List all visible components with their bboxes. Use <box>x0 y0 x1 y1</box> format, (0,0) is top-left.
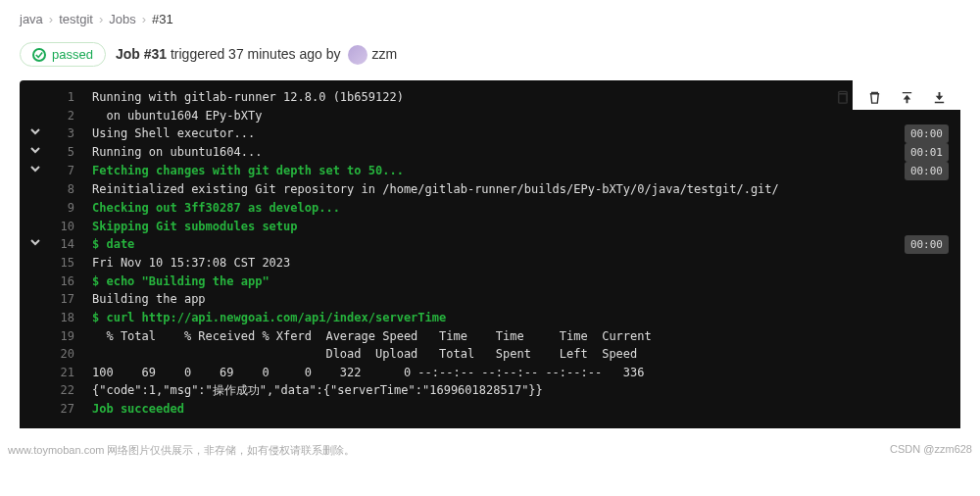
log-output[interactable]: 1Running with gitlab-runner 12.8.0 (1b65… <box>20 80 960 428</box>
section-duration: 00:01 <box>905 143 949 162</box>
log-line: 18$ curl http://api.newgoai.com/api/inde… <box>20 309 960 327</box>
svg-rect-0 <box>839 94 847 103</box>
job-title-line: Job #31 triggered 37 minutes ago by zzm <box>116 45 397 65</box>
line-number: 17 <box>45 290 74 309</box>
log-line: 15Fri Nov 10 15:37:08 CST 2023 <box>20 254 960 273</box>
log-line: 1Running with gitlab-runner 12.8.0 (1b65… <box>20 88 960 107</box>
log-line: 22{"code":1,"msg":"操作成功","data":{"server… <box>20 381 960 400</box>
line-number: 18 <box>45 309 74 327</box>
avatar[interactable] <box>348 45 368 65</box>
log-text: Running with gitlab-runner 12.8.0 (1b659… <box>92 88 949 107</box>
line-number: 16 <box>45 273 74 291</box>
status-badge: passed <box>20 42 106 67</box>
copy-icon[interactable] <box>833 88 852 107</box>
log-text: $ echo "Building the app" <box>92 273 949 291</box>
line-number: 21 <box>45 364 74 382</box>
breadcrumb-jobs[interactable]: Jobs <box>109 12 135 26</box>
breadcrumb-current: #31 <box>152 12 173 26</box>
log-text: Checking out 3ff30287 as develop... <box>92 199 949 218</box>
log-text: Skipping Git submodules setup <box>92 218 949 236</box>
log-toolbar <box>833 88 949 107</box>
log-line: 10Skipping Git submodules setup <box>20 218 960 236</box>
log-line: 19 % Total % Received % Xferd Average Sp… <box>20 327 960 346</box>
log-text: $ date <box>92 235 897 254</box>
log-text: Reinitialized existing Git repository in… <box>92 180 949 199</box>
breadcrumb-testgit[interactable]: testgit <box>59 12 93 26</box>
section-duration: 00:00 <box>905 162 949 180</box>
job-number: Job #31 <box>116 45 167 61</box>
log-text: on ubuntu1604 EPy-bXTy <box>92 107 949 125</box>
log-line: 7Fetching changes with git depth set to … <box>20 162 960 180</box>
line-number: 15 <box>45 254 74 273</box>
status-text: passed <box>52 47 93 62</box>
triggered-text: triggered 37 minutes ago by <box>167 45 344 61</box>
log-text: Dload Upload Total Spent Left Speed <box>92 345 949 364</box>
log-text: {"code":1,"msg":"操作成功","data":{"serverTi… <box>92 381 949 400</box>
log-line: 21100 69 0 69 0 0 322 0 --:--:-- --:--:-… <box>20 364 960 382</box>
breadcrumb: java › testgit › Jobs › #31 <box>20 12 960 26</box>
line-number: 9 <box>45 199 74 218</box>
log-panel: 1Running with gitlab-runner 12.8.0 (1b65… <box>20 80 960 428</box>
line-number: 10 <box>45 218 74 236</box>
line-number: 22 <box>45 381 74 400</box>
log-text: Building the app <box>92 290 949 309</box>
log-text: Job succeeded <box>92 400 949 419</box>
line-number: 14 <box>45 235 74 254</box>
log-text: 100 69 0 69 0 0 322 0 --:--:-- --:--:-- … <box>92 364 949 382</box>
log-text: Using Shell executor... <box>92 124 897 143</box>
log-line: 8Reinitialized existing Git repository i… <box>20 180 960 199</box>
line-number: 8 <box>45 180 74 199</box>
chevron-down-icon[interactable] <box>25 162 45 179</box>
line-number: 27 <box>45 400 74 419</box>
section-duration: 00:00 <box>905 235 949 254</box>
log-text: $ curl http://api.newgoai.com/api/index/… <box>92 309 949 327</box>
chevron-right-icon: › <box>49 12 53 26</box>
watermark-right: CSDN @zzm628 <box>890 443 972 458</box>
log-text: Fetching changes with git depth set to 5… <box>92 162 897 180</box>
log-line: 17Building the app <box>20 290 960 309</box>
line-number: 5 <box>45 143 74 162</box>
triggered-by-user[interactable]: zzm <box>371 45 397 61</box>
chevron-down-icon[interactable] <box>25 124 45 142</box>
log-line: 2 on ubuntu1604 EPy-bXTy <box>20 107 960 125</box>
log-line: 14$ date00:00 <box>20 235 960 254</box>
log-line: 16$ echo "Building the app" <box>20 273 960 291</box>
scroll-bottom-icon[interactable] <box>930 88 949 107</box>
line-number: 3 <box>45 124 74 143</box>
line-number: 1 <box>45 88 74 107</box>
log-line: 20 Dload Upload Total Spent Left Speed <box>20 345 960 364</box>
line-number: 19 <box>45 327 74 346</box>
log-text: % Total % Received % Xferd Average Speed… <box>92 327 949 346</box>
log-line: 9Checking out 3ff30287 as develop... <box>20 199 960 218</box>
log-line: 3Using Shell executor...00:00 <box>20 124 960 143</box>
chevron-down-icon[interactable] <box>25 235 45 253</box>
line-number: 20 <box>45 345 74 364</box>
log-text: Fri Nov 10 15:37:08 CST 2023 <box>92 254 949 273</box>
scroll-top-icon[interactable] <box>898 88 916 107</box>
check-circle-icon <box>32 48 46 62</box>
watermark: www.toymoban.com 网络图片仅供展示，非存储，如有侵权请联系删除。… <box>0 440 980 458</box>
section-duration: 00:00 <box>905 124 949 143</box>
log-line: 27Job succeeded <box>20 400 960 419</box>
chevron-down-icon[interactable] <box>25 143 45 161</box>
trash-icon[interactable] <box>865 88 884 107</box>
watermark-left: www.toymoban.com 网络图片仅供展示，非存储，如有侵权请联系删除。 <box>8 443 355 458</box>
log-text: Running on ubuntu1604... <box>92 143 897 162</box>
chevron-right-icon: › <box>99 12 103 26</box>
line-number: 2 <box>45 107 74 125</box>
line-number: 7 <box>45 162 74 180</box>
breadcrumb-java[interactable]: java <box>20 12 43 26</box>
log-line: 5Running on ubuntu1604...00:01 <box>20 143 960 162</box>
chevron-right-icon: › <box>142 12 146 26</box>
job-header: passed Job #31 triggered 37 minutes ago … <box>20 42 960 67</box>
